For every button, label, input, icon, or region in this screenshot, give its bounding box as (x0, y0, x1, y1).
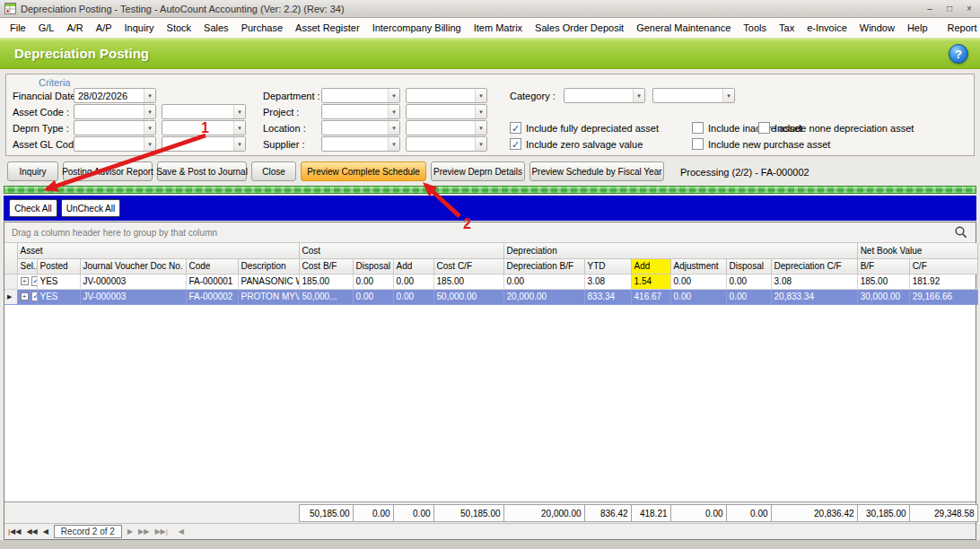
cost-bf-cell[interactable]: 185.00 (299, 274, 353, 289)
location-to-input[interactable]: ▾ (406, 120, 487, 135)
close-icon[interactable]: × (963, 4, 976, 13)
col-depreciation-cf[interactable]: Depreciation C/F (771, 258, 857, 274)
department-to-input[interactable]: ▾ (406, 88, 487, 103)
menu-ap[interactable]: A/P (90, 20, 118, 36)
col-journal-voucher-doc-no[interactable]: Journal Voucher Doc No. (80, 258, 186, 274)
nav-prev-page-icon[interactable]: ◀◀ (26, 527, 37, 536)
category-from-input[interactable]: ▾ (564, 88, 645, 103)
nbv-bf-cell[interactable]: 30,000.00 (857, 289, 909, 304)
table-row-selected[interactable]: ▶ +✓ YES JV-000003 FA-000002 PROTON MYVI… (4, 289, 977, 304)
menu-intercompany-billing[interactable]: Intercompany Billing (366, 20, 468, 36)
col-depreciation-add[interactable]: Add (631, 258, 670, 274)
menu-sales-order-deposit[interactable]: Sales Order Deposit (529, 20, 630, 36)
depreciation-bf-cell[interactable]: 20,000.00 (503, 289, 584, 304)
nav-collapse-icon[interactable]: ◀ (179, 527, 184, 536)
menu-stock[interactable]: Stock (161, 20, 198, 36)
depreciation-cf-cell[interactable]: 3.08 (771, 274, 857, 289)
adjustment-cell[interactable]: 0.00 (670, 274, 726, 289)
department-from-input[interactable]: ▾ (321, 88, 400, 103)
depreciation-bf-cell[interactable]: 0.00 (503, 274, 584, 289)
location-from-input[interactable]: ▾ (321, 120, 400, 135)
col-nbv-cf[interactable]: C/F (909, 258, 977, 274)
minimize-icon[interactable]: – (923, 4, 936, 13)
col-sel[interactable]: Sel... (17, 258, 37, 274)
col-posted[interactable]: Posted (37, 258, 80, 274)
depreciation-cf-cell[interactable]: 20,833.34 (771, 289, 857, 304)
col-cost-bf[interactable]: Cost B/F (299, 258, 353, 274)
col-cost-disposal[interactable]: Disposal (353, 258, 393, 274)
ytd-cell[interactable]: 833.34 (584, 289, 631, 304)
category-to-input[interactable]: ▾ (652, 88, 735, 103)
cost-disposal-cell[interactable]: 0.00 (353, 274, 393, 289)
expand-icon[interactable]: + (21, 277, 29, 285)
col-cost-cf[interactable]: Cost C/F (433, 258, 503, 274)
posting-advisor-report-button[interactable]: Posting Advisor Report (63, 161, 153, 181)
col-depreciation-bf[interactable]: Depreciation B/F (503, 258, 584, 274)
deprn-type-from-input[interactable]: ▾ (74, 120, 156, 135)
expand-icon[interactable]: + (21, 292, 29, 301)
close-button[interactable]: Close (251, 161, 296, 181)
cost-add-cell[interactable]: 0.00 (393, 289, 433, 304)
inquiry-button[interactable]: Inquiry (7, 161, 58, 181)
checkbox-include-none-depreciation[interactable] (758, 122, 770, 134)
cost-disposal-cell[interactable]: 0.00 (353, 289, 393, 304)
menu-sales[interactable]: Sales (197, 20, 235, 36)
nav-next-page-icon[interactable]: ▶▶ (138, 527, 149, 536)
supplier-from-input[interactable]: ▾ (321, 136, 400, 152)
asset-code-from-input[interactable]: ▾ (74, 104, 156, 119)
col-cost-add[interactable]: Add (393, 258, 433, 274)
menu-help[interactable]: Help (901, 20, 934, 36)
restore-icon[interactable]: □ (943, 4, 956, 13)
posted-cell[interactable]: YES (37, 274, 80, 289)
row-checkbox[interactable]: ✓ (31, 292, 38, 301)
menu-purchase[interactable]: Purchase (235, 20, 289, 36)
row-checkbox[interactable]: ✓ (31, 276, 38, 286)
nav-first-icon[interactable]: |◀◀ (8, 527, 21, 536)
code-cell[interactable]: FA-000002 (186, 289, 238, 304)
menu-inquiry[interactable]: Inquiry (118, 20, 161, 36)
menu-asset-register[interactable]: Asset Register (289, 20, 366, 36)
depreciation-add-cell[interactable]: 416.67 (631, 289, 670, 304)
preview-schedule-fiscal-year-button[interactable]: Preview Schedule by Fiscal Year (529, 161, 664, 181)
journal-voucher-cell[interactable]: JV-000003 (80, 289, 186, 304)
project-from-input[interactable]: ▾ (321, 104, 400, 119)
deprn-type-to-input[interactable]: ▾ (162, 120, 246, 135)
band-net-book-value[interactable]: Net Book Value (857, 243, 977, 258)
menu-file[interactable]: File (4, 20, 32, 36)
preview-deprn-details-button[interactable]: Preview Deprn Details (431, 161, 525, 181)
help-icon[interactable]: ? (949, 44, 968, 64)
project-to-input[interactable]: ▾ (406, 104, 487, 119)
menu-gl[interactable]: G/L (32, 20, 61, 36)
checkbox-include-zero-salvage[interactable]: ✓ (510, 138, 521, 150)
cost-cf-cell[interactable]: 50,000.00 (433, 289, 503, 304)
adjustment-cell[interactable]: 0.00 (670, 289, 726, 304)
uncheck-all-button[interactable]: UnCheck All (61, 199, 120, 217)
col-depreciation-disposal[interactable]: Disposal (726, 258, 771, 274)
band-cost[interactable]: Cost (299, 243, 503, 258)
nav-last-icon[interactable]: ▶▶| (154, 527, 167, 536)
menu-ar[interactable]: A/R (60, 20, 89, 36)
cost-cf-cell[interactable]: 185.00 (433, 274, 503, 289)
journal-voucher-cell[interactable]: JV-000003 (80, 274, 186, 289)
menu-tools[interactable]: Tools (737, 20, 773, 36)
asset-code-to-input[interactable]: ▾ (162, 104, 246, 119)
menu-window[interactable]: Window (853, 20, 901, 36)
nav-next-icon[interactable]: ▶ (127, 527, 133, 536)
menu-general-maintenance[interactable]: General Maintenance (630, 20, 737, 36)
col-adjustment[interactable]: Adjustment (670, 258, 726, 274)
nbv-cf-cell[interactable]: 29,166.66 (909, 289, 977, 304)
col-description[interactable]: Description (238, 258, 299, 274)
menu-e-invoice[interactable]: e-Invoice (801, 20, 853, 36)
group-by-panel[interactable]: Drag a column header here to group by th… (4, 222, 976, 243)
code-cell[interactable]: FA-000001 (186, 274, 238, 289)
sel-cell[interactable]: +✓ (17, 274, 37, 289)
menu-report[interactable]: Report (941, 20, 980, 36)
col-ytd[interactable]: YTD (584, 258, 631, 274)
nav-prev-icon[interactable]: ◀ (43, 527, 48, 536)
financial-date-input[interactable]: 28/02/2026 ▾ (74, 88, 156, 103)
nbv-cf-cell[interactable]: 181.92 (909, 274, 977, 289)
nbv-bf-cell[interactable]: 185.00 (857, 274, 909, 289)
table-row[interactable]: +✓ YES JV-000003 FA-000001 PANASONIC WA.… (4, 274, 977, 289)
depreciation-disposal-cell[interactable]: 0.00 (726, 274, 771, 289)
description-cell[interactable]: PROTON MYVI (238, 289, 299, 304)
